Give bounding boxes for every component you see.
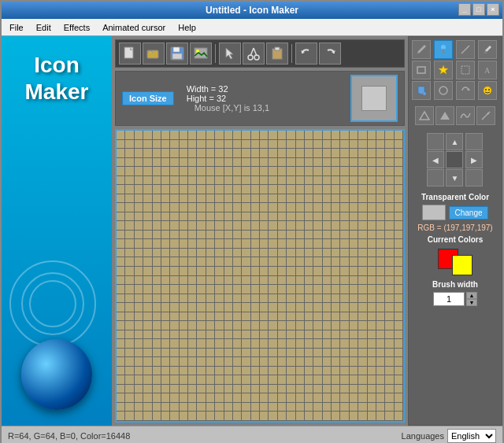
grid-cell[interactable] [233, 194, 242, 204]
grid-cell[interactable] [358, 239, 367, 249]
grid-cell[interactable] [224, 149, 233, 158]
grid-cell[interactable] [313, 339, 322, 349]
grid-cell[interactable] [170, 339, 179, 349]
grid-cell[interactable] [340, 257, 349, 267]
grid-cell[interactable] [340, 221, 349, 231]
grid-cell[interactable] [385, 131, 394, 140]
grid-cell[interactable] [242, 267, 250, 276]
grid-cell[interactable] [135, 140, 143, 150]
grid-cell[interactable] [242, 357, 250, 367]
grid-cell[interactable] [287, 167, 295, 176]
grid-cell[interactable] [323, 167, 332, 176]
grid-cell[interactable] [278, 393, 287, 403]
grid-cell[interactable] [350, 231, 358, 240]
grid-cell[interactable] [135, 203, 143, 212]
grid-cell[interactable] [197, 339, 206, 349]
grid-cell[interactable] [260, 321, 269, 330]
grid-cell[interactable] [313, 412, 322, 421]
grid-cell[interactable] [251, 158, 260, 168]
grid-cell[interactable] [180, 367, 188, 376]
grid-cell[interactable] [135, 212, 143, 222]
grid-cell[interactable] [170, 393, 179, 403]
grid-cell[interactable] [143, 303, 152, 312]
grid-cell[interactable] [278, 176, 287, 186]
grid-cell[interactable] [135, 221, 143, 231]
grid-cell[interactable] [197, 357, 206, 367]
grid-cell[interactable] [197, 403, 206, 412]
grid-cell[interactable] [188, 249, 197, 258]
grid-cell[interactable] [305, 203, 313, 212]
grid-cell[interactable] [242, 330, 250, 340]
grid-cell[interactable] [161, 131, 170, 140]
grid-cell[interactable] [242, 285, 250, 294]
grid-cell[interactable] [260, 185, 269, 194]
rtool-rect[interactable] [412, 61, 431, 79]
grid-cell[interactable] [206, 267, 215, 276]
grid-cell[interactable] [117, 140, 125, 150]
grid-cell[interactable] [313, 294, 322, 304]
grid-cell[interactable] [170, 203, 179, 212]
grid-cell[interactable] [376, 312, 385, 322]
rtool-star[interactable] [434, 61, 453, 79]
grid-cell[interactable] [153, 131, 161, 140]
grid-cell[interactable] [180, 221, 188, 231]
grid-cell[interactable] [368, 367, 376, 376]
grid-cell[interactable] [161, 212, 170, 222]
grid-cell[interactable] [233, 276, 242, 286]
grid-cell[interactable] [153, 167, 161, 176]
grid-cell[interactable] [287, 185, 295, 194]
grid-cell[interactable] [260, 349, 269, 358]
grid-cell[interactable] [368, 303, 376, 312]
grid-cell[interactable] [161, 203, 170, 212]
grid-cell[interactable] [296, 321, 305, 330]
grid-cell[interactable] [385, 294, 394, 304]
grid-cell[interactable] [206, 385, 215, 394]
undo-button[interactable] [295, 42, 317, 65]
grid-cell[interactable] [251, 330, 260, 340]
grid-cell[interactable] [269, 194, 277, 204]
grid-cell[interactable] [125, 357, 134, 367]
grid-cell[interactable] [305, 158, 313, 168]
grid-cell[interactable] [260, 203, 269, 212]
grid-cell[interactable] [340, 393, 349, 403]
grid-cell[interactable] [358, 149, 367, 158]
grid-cell[interactable] [206, 149, 215, 158]
grid-cell[interactable] [395, 176, 403, 186]
grid-cell[interactable] [385, 357, 394, 367]
grid-cell[interactable] [161, 312, 170, 322]
grid-cell[interactable] [143, 393, 152, 403]
grid-cell[interactable] [350, 385, 358, 394]
grid-cell[interactable] [161, 339, 170, 349]
rtool-line[interactable] [456, 40, 475, 59]
grid-cell[interactable] [153, 231, 161, 240]
grid-cell[interactable] [332, 312, 340, 322]
grid-cell[interactable] [385, 385, 394, 394]
grid-cell[interactable] [385, 267, 394, 276]
grid-cell[interactable] [224, 375, 233, 385]
grid-cell[interactable] [358, 176, 367, 186]
grid-cell[interactable] [135, 321, 143, 330]
grid-cell[interactable] [269, 349, 277, 358]
grid-cell[interactable] [180, 393, 188, 403]
grid-cell[interactable] [161, 239, 170, 249]
grid-cell[interactable] [170, 303, 179, 312]
grid-cell[interactable] [125, 185, 134, 194]
grid-cell[interactable] [161, 267, 170, 276]
grid-cell[interactable] [350, 194, 358, 204]
grid-cell[interactable] [305, 303, 313, 312]
grid-cell[interactable] [117, 249, 125, 258]
grid-cell[interactable] [296, 367, 305, 376]
grid-cell[interactable] [278, 294, 287, 304]
grid-cell[interactable] [296, 176, 305, 186]
grid-cell[interactable] [233, 176, 242, 186]
grid-cell[interactable] [242, 385, 250, 394]
grid-cell[interactable] [117, 349, 125, 358]
grid-cell[interactable] [368, 403, 376, 412]
grid-cell[interactable] [358, 321, 367, 330]
grid-cell[interactable] [215, 140, 224, 150]
grid-cell[interactable] [305, 185, 313, 194]
grid-cell[interactable] [395, 393, 403, 403]
grid-cell[interactable] [117, 203, 125, 212]
grid-cell[interactable] [242, 367, 250, 376]
grid-cell[interactable] [161, 285, 170, 294]
